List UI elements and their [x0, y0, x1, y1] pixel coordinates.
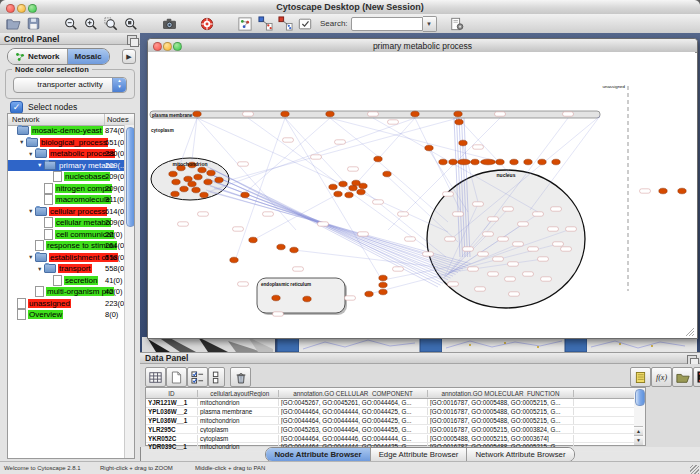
import-attributes-button[interactable] [672, 367, 693, 387]
network-view-window[interactable]: primary metabolic process plasma membran… [147, 38, 698, 339]
graph-node[interactable] [411, 111, 419, 117]
table-row[interactable]: YLR295Ccytoplasm[GO:0045263, GO:0044464,… [146, 425, 634, 434]
tree-row[interactable]: multi-organism pro42(0) [8, 286, 134, 298]
graph-node[interactable] [374, 156, 382, 162]
graph-node[interactable] [281, 111, 289, 117]
attr-tab-edge[interactable]: Edge Attribute Browser [371, 448, 468, 461]
select-nodes-checkbox[interactable]: ✓ [10, 101, 23, 114]
expander-icon[interactable]: ▼ [37, 162, 44, 168]
expander-icon[interactable]: ▼ [19, 139, 26, 145]
graph-node[interactable] [481, 159, 496, 165]
vizmapper-button[interactable] [256, 15, 274, 32]
graph-node[interactable] [455, 119, 463, 125]
tree-scrollbar[interactable] [124, 125, 134, 458]
table-row[interactable]: YKR052Ccytoplasm[GO:0044464, GO:0044446,… [146, 434, 634, 443]
network-view-titlebar[interactable]: primary metabolic process [148, 39, 697, 53]
table-row[interactable]: YPL036W__2plasma membrane[GO:0044464, GO… [146, 408, 634, 417]
attribute-editor-button[interactable] [630, 367, 651, 387]
tab-network[interactable]: Network [8, 49, 68, 64]
attr-tab-node[interactable]: Node Attribute Browser [266, 448, 370, 461]
tab-mosaic[interactable]: Mosaic [68, 49, 109, 64]
zoom-fit-button[interactable] [122, 15, 140, 32]
tree-scrollbar-thumb[interactable] [126, 127, 135, 227]
tree-row[interactable]: ▼cellular process614(0) [8, 206, 134, 218]
graph-node[interactable] [379, 289, 387, 295]
resize-grip[interactable] [690, 465, 699, 474]
graph-node[interactable] [659, 188, 667, 194]
graph-node[interactable] [352, 180, 360, 186]
graph-node[interactable] [169, 171, 177, 177]
tree-row[interactable]: cellular metabo209(0) [8, 217, 134, 229]
network-overview-button[interactable] [236, 15, 254, 32]
table-scrollbar-thumb[interactable] [635, 389, 645, 406]
tree-row[interactable]: mosaic-demo-yeast874(0) [8, 125, 134, 137]
graph-node[interactable] [496, 159, 504, 165]
expander-icon[interactable]: ▼ [37, 266, 44, 272]
graph-node[interactable] [379, 275, 387, 281]
tree-row[interactable]: ▼establishment of lo558(0) [8, 252, 134, 264]
tree-row[interactable]: ▼primary metabo209(... [8, 160, 134, 172]
tree-row[interactable]: ▼biological_process651(0) [8, 137, 134, 149]
tree-row[interactable]: ▼metabolic process280(0) [8, 148, 134, 160]
graph-node[interactable] [230, 257, 238, 263]
tree-row[interactable]: Overview8(0) [8, 309, 134, 321]
help-button[interactable] [198, 15, 216, 32]
graph-node[interactable] [425, 145, 433, 151]
column-cellular-component[interactable]: annotation.GO CELLULAR_COMPONENT [279, 390, 428, 397]
column-id[interactable]: ID [146, 390, 198, 397]
save-session-button[interactable] [24, 15, 42, 32]
float-panel-icon[interactable] [127, 35, 137, 45]
tree-row[interactable]: ▼transport558(0) [8, 263, 134, 275]
edit-network-button[interactable] [276, 15, 294, 32]
expander-icon[interactable]: ▼ [28, 151, 35, 157]
tree-row[interactable]: macromolecule311(0) [8, 194, 134, 206]
graph-node[interactable] [345, 192, 353, 198]
graph-node[interactable] [471, 159, 479, 165]
zoom-out-button[interactable] [62, 15, 80, 32]
graph-node[interactable] [334, 191, 342, 197]
graph-node[interactable] [365, 291, 373, 297]
graph-node[interactable] [241, 192, 249, 198]
column-layout-region[interactable]: _cellularLayoutRegion [198, 390, 279, 397]
tree-row[interactable]: cell communicat22(0) [8, 229, 134, 241]
graph-node[interactable] [193, 111, 201, 117]
graph-node[interactable] [678, 188, 686, 194]
graph-node[interactable] [290, 247, 298, 253]
graph-node[interactable] [194, 174, 202, 180]
scroll-down-icon[interactable]: ▼ [634, 435, 643, 445]
search-input[interactable] [351, 17, 423, 31]
graph-node[interactable] [188, 181, 196, 187]
attr-tab-network[interactable]: Network Attribute Browser [467, 448, 573, 461]
tab-overflow-button[interactable]: ▶ [122, 49, 136, 64]
select-attributes-button[interactable] [187, 367, 208, 387]
graph-node[interactable] [198, 167, 206, 173]
graph-node[interactable] [192, 187, 200, 193]
graph-node[interactable] [339, 181, 347, 187]
attribute-table-button[interactable] [145, 367, 166, 387]
tree-row[interactable]: unassigned223(0) [8, 298, 134, 310]
formula-builder-button[interactable]: f(x) [651, 367, 672, 387]
snapshot-button[interactable] [160, 15, 178, 32]
annotation-button[interactable] [296, 15, 314, 32]
column-molecular-function[interactable]: annotation.GO MOLECULAR_FUNCTION [428, 390, 574, 397]
graph-node[interactable] [171, 191, 179, 197]
graph-node[interactable] [172, 179, 180, 185]
zoom-selected-button[interactable] [102, 15, 120, 32]
graph-node[interactable] [449, 159, 457, 165]
tree-row[interactable]: secretion41(0) [8, 275, 134, 287]
matrix-view-button[interactable] [693, 367, 700, 387]
graph-node[interactable] [277, 244, 285, 250]
table-scrollbar[interactable]: ▲ ▼ [634, 387, 646, 446]
node-color-dropdown[interactable]: transporter activity ▲▼ [13, 77, 127, 93]
graph-node[interactable] [303, 296, 311, 302]
graph-node[interactable] [454, 111, 462, 117]
graph-node[interactable] [329, 184, 337, 190]
new-attribute-button[interactable] [166, 367, 187, 387]
expander-icon[interactable]: ▼ [28, 208, 35, 214]
graph-node[interactable] [459, 140, 467, 146]
graph-node[interactable] [458, 159, 471, 165]
graph-node[interactable] [552, 159, 560, 165]
search-config-button[interactable] [448, 15, 466, 32]
unselect-attributes-button[interactable] [208, 367, 225, 387]
graph-node[interactable] [383, 171, 391, 177]
